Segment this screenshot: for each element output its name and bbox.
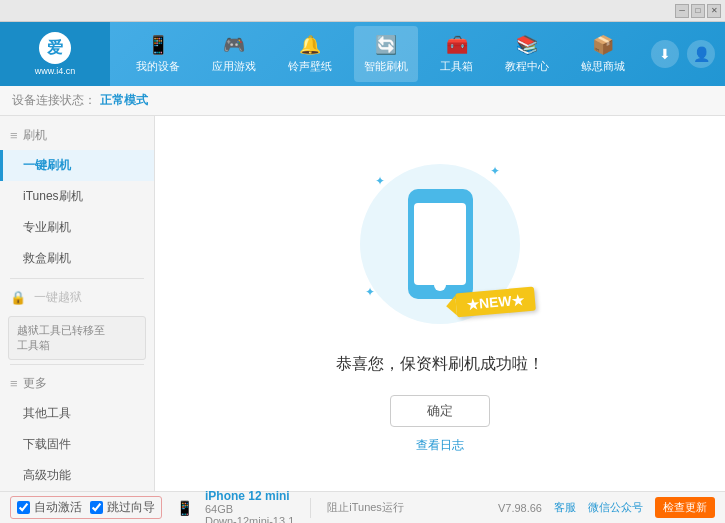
user-button[interactable]: 👤 [687, 40, 715, 68]
check-update-button[interactable]: 检查更新 [655, 497, 715, 518]
jailbreak-notice-text: 越狱工具已转移至工具箱 [17, 324, 105, 351]
footer-right: V7.98.66 客服 微信公众号 检查更新 [498, 497, 715, 518]
header: 爱 www.i4.cn 📱 我的设备 🎮 应用游戏 🔔 铃声壁纸 🔄 智能刷机 … [0, 22, 725, 86]
logo-area: 爱 www.i4.cn [0, 22, 110, 86]
title-bar: ─ □ ✕ [0, 0, 725, 22]
nav-tutorial-label: 教程中心 [505, 59, 549, 74]
one-key-flash-label: 一键刷机 [23, 158, 71, 172]
nav-smart-flash-label: 智能刷机 [364, 59, 408, 74]
success-text: 恭喜您，保资料刷机成功啦！ [336, 354, 544, 375]
skip-wizard-label[interactable]: 跳过向导 [90, 499, 155, 516]
phone-shape [408, 189, 473, 299]
nav-toolbox-label: 工具箱 [440, 59, 473, 74]
confirm-button[interactable]: 确定 [390, 395, 490, 427]
status-bar: 设备连接状态： 正常模式 [0, 86, 725, 116]
content-area: ★NEW★ ✦ ✦ ✦ 恭喜您，保资料刷机成功啦！ 确定 查看日志 [155, 116, 725, 491]
nav-toolbox[interactable]: 🧰 工具箱 [430, 26, 483, 82]
phone-screen [414, 203, 466, 285]
more-section-label: 更多 [23, 375, 47, 392]
sidebar-item-other-tools[interactable]: 其他工具 [0, 398, 154, 429]
close-button[interactable]: ✕ [707, 4, 721, 18]
sidebar-item-advanced[interactable]: 高级功能 [0, 460, 154, 491]
more-section-icon: ≡ [10, 376, 18, 391]
other-tools-label: 其他工具 [23, 406, 71, 420]
rescue-flash-label: 救盒刷机 [23, 251, 71, 265]
checkbox-row: 自动激活 跳过向导 [17, 499, 155, 516]
minimize-button[interactable]: ─ [675, 4, 689, 18]
itunes-flash-label: iTunes刷机 [23, 189, 83, 203]
skip-wizard-checkbox[interactable] [90, 501, 103, 514]
footer-divider [310, 498, 311, 518]
daily-link[interactable]: 查看日志 [416, 437, 464, 454]
auto-dispatch-checkbox[interactable] [17, 501, 30, 514]
logo-subtext: www.i4.cn [35, 66, 76, 76]
skip-wizard-text: 跳过向导 [107, 499, 155, 516]
download-firmware-label: 下载固件 [23, 437, 71, 451]
sparkle-1: ✦ [375, 174, 385, 188]
wechat-link[interactable]: 微信公众号 [588, 500, 643, 515]
flash-section-label: 刷机 [23, 127, 47, 144]
device-storage: 64GB [205, 503, 294, 515]
nav-bar: 📱 我的设备 🎮 应用游戏 🔔 铃声壁纸 🔄 智能刷机 🧰 工具箱 📚 教程中心… [110, 22, 651, 86]
checkbox-group: 自动激活 跳过向导 [10, 496, 162, 519]
sidebar-item-rescue-flash[interactable]: 救盒刷机 [0, 243, 154, 274]
nav-ringtone-label: 铃声壁纸 [288, 59, 332, 74]
sidebar-item-download-firmware[interactable]: 下载固件 [0, 429, 154, 460]
nav-my-device[interactable]: 📱 我的设备 [126, 26, 190, 82]
nav-my-device-icon: 📱 [147, 34, 169, 56]
nav-recommended-label: 鲸思商城 [581, 59, 625, 74]
jailbreak-lock-icon: 🔒 [10, 290, 26, 305]
footer: 自动激活 跳过向导 📱 iPhone 12 mini 64GB Down-12m… [0, 491, 725, 523]
advanced-label: 高级功能 [23, 468, 71, 482]
phone-home-button [434, 279, 446, 291]
logo-icon: 爱 [39, 32, 71, 64]
device-info: 📱 iPhone 12 mini 64GB Down-12mini-13,1 [176, 489, 294, 524]
nav-apps-games[interactable]: 🎮 应用游戏 [202, 26, 266, 82]
customer-service-link[interactable]: 客服 [554, 500, 576, 515]
nav-my-device-label: 我的设备 [136, 59, 180, 74]
device-phone-icon: 📱 [176, 500, 193, 516]
flash-section-icon: ≡ [10, 128, 18, 143]
auto-dispatch-label[interactable]: 自动激活 [17, 499, 82, 516]
nav-recommended[interactable]: 📦 鲸思商城 [571, 26, 635, 82]
footer-status-text: 阻止iTunes运行 [327, 500, 404, 515]
sidebar-section-flash: ≡ 刷机 [0, 121, 154, 150]
nav-apps-icon: 🎮 [223, 34, 245, 56]
new-badge-text: ★NEW★ [466, 291, 526, 312]
nav-ringtone-icon: 🔔 [299, 34, 321, 56]
nav-smart-flash-icon: 🔄 [375, 34, 397, 56]
device-name: iPhone 12 mini [205, 489, 294, 503]
sidebar-section-jailbreak: 🔒 一键越狱 [0, 283, 154, 312]
device-details: iPhone 12 mini 64GB Down-12mini-13,1 [205, 489, 294, 524]
nav-tutorial[interactable]: 📚 教程中心 [495, 26, 559, 82]
sidebar-divider-1 [10, 278, 144, 279]
sidebar-item-itunes-flash[interactable]: iTunes刷机 [0, 181, 154, 212]
jailbreak-section-label: 一键越狱 [31, 289, 82, 306]
sidebar-item-one-key-flash[interactable]: 一键刷机 [0, 150, 154, 181]
maximize-button[interactable]: □ [691, 4, 705, 18]
logo-text-icon: 爱 [47, 38, 63, 59]
nav-recommended-icon: 📦 [592, 34, 614, 56]
sidebar-section-more: ≡ 更多 [0, 369, 154, 398]
status-value: 正常模式 [100, 92, 148, 109]
sidebar-item-pro-flash[interactable]: 专业刷机 [0, 212, 154, 243]
window-controls[interactable]: ─ □ ✕ [675, 4, 721, 18]
success-illustration: ★NEW★ ✦ ✦ ✦ [350, 154, 530, 334]
header-right: ⬇ 👤 [651, 40, 725, 68]
device-model: Down-12mini-13,1 [205, 515, 294, 524]
nav-ringtone[interactable]: 🔔 铃声壁纸 [278, 26, 342, 82]
jailbreak-notice: 越狱工具已转移至工具箱 [8, 316, 146, 360]
nav-smart-flash[interactable]: 🔄 智能刷机 [354, 26, 418, 82]
sidebar-divider-2 [10, 364, 144, 365]
version-label: V7.98.66 [498, 502, 542, 514]
status-label: 设备连接状态： [12, 92, 96, 109]
sparkle-2: ✦ [490, 164, 500, 178]
nav-tutorial-icon: 📚 [516, 34, 538, 56]
main-layout: ≡ 刷机 一键刷机 iTunes刷机 专业刷机 救盒刷机 🔒 一键越狱 越狱工具… [0, 116, 725, 491]
footer-left: 自动激活 跳过向导 📱 iPhone 12 mini 64GB Down-12m… [10, 489, 498, 524]
nav-toolbox-icon: 🧰 [446, 34, 468, 56]
pro-flash-label: 专业刷机 [23, 220, 71, 234]
auto-dispatch-text: 自动激活 [34, 499, 82, 516]
download-button[interactable]: ⬇ [651, 40, 679, 68]
sparkle-3: ✦ [365, 285, 375, 299]
